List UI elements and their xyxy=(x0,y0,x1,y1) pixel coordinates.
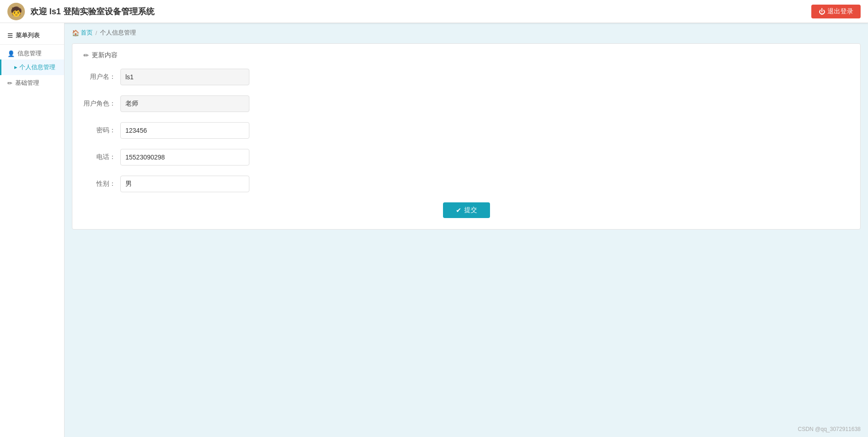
check-icon: ✔ xyxy=(456,207,461,214)
sidebar-item-personal-info[interactable]: ▸ 个人信息管理 xyxy=(0,59,64,75)
content-card: ✏ 更新内容 用户名： 用户角色： 密码： xyxy=(72,43,861,230)
power-icon: ⏻ xyxy=(819,8,825,15)
sidebar-section-info-label: 信息管理 xyxy=(18,49,41,58)
profile-form: 用户名： 用户角色： 密码： 电话： xyxy=(83,69,849,218)
sidebar-section-info[interactable]: 👤 信息管理 xyxy=(0,45,64,59)
username-label: 用户名： xyxy=(83,73,120,81)
role-input xyxy=(120,95,249,112)
form-row-password: 密码： xyxy=(83,122,849,139)
password-label: 密码： xyxy=(83,126,120,135)
breadcrumb-home-link[interactable]: 🏠 首页 xyxy=(72,29,93,37)
submit-button[interactable]: ✔ 提交 xyxy=(443,202,490,218)
form-row-gender: 性别： xyxy=(83,176,849,192)
breadcrumb-home-label: 首页 xyxy=(81,29,93,37)
username-input xyxy=(120,69,249,85)
watermark: CSDN @qq_3072911638 xyxy=(798,426,861,432)
form-row-username: 用户名： xyxy=(83,69,849,85)
home-icon: 🏠 xyxy=(72,30,79,36)
breadcrumb-separator: / xyxy=(95,30,97,36)
card-title-icon: ✏ xyxy=(83,52,89,59)
role-label: 用户角色： xyxy=(83,100,120,108)
password-input[interactable] xyxy=(120,122,249,139)
sidebar-header: ☰ 菜单列表 xyxy=(0,27,64,45)
app-title: 欢迎 ls1 登陆实验室设备管理系统 xyxy=(30,6,806,17)
card-title-text: 更新内容 xyxy=(92,51,118,59)
sidebar-menu-label: 菜单列表 xyxy=(16,31,40,40)
avatar: 🧒 xyxy=(7,3,25,20)
phone-label: 电话： xyxy=(83,153,120,161)
main-layout: ☰ 菜单列表 👤 信息管理 ▸ 个人信息管理 ✏ 基础管理 🏠 首页 / 个人信… xyxy=(0,23,868,437)
gender-input[interactable] xyxy=(120,176,249,192)
form-row-phone: 电话： xyxy=(83,149,849,165)
sidebar: ☰ 菜单列表 👤 信息管理 ▸ 个人信息管理 ✏ 基础管理 xyxy=(0,23,65,437)
menu-icon: ☰ xyxy=(7,32,13,39)
gender-label: 性别： xyxy=(83,180,120,188)
sidebar-section-basic-label: 基础管理 xyxy=(15,79,39,87)
breadcrumb-current: 个人信息管理 xyxy=(100,29,136,37)
submit-area: ✔ 提交 xyxy=(83,202,849,218)
user-icon: 👤 xyxy=(7,50,15,57)
arrow-icon: ▸ xyxy=(14,64,18,71)
edit-icon: ✏ xyxy=(7,80,12,87)
card-title: ✏ 更新内容 xyxy=(83,51,849,59)
phone-input[interactable] xyxy=(120,149,249,165)
submit-label: 提交 xyxy=(464,206,477,214)
breadcrumb: 🏠 首页 / 个人信息管理 xyxy=(72,29,861,37)
main-content: 🏠 首页 / 个人信息管理 ✏ 更新内容 用户名： 用户角色： xyxy=(65,23,868,437)
avatar-emoji: 🧒 xyxy=(11,6,22,17)
logout-button[interactable]: ⏻ 退出登录 xyxy=(811,5,861,18)
form-row-role: 用户角色： xyxy=(83,95,849,112)
sidebar-section-basic[interactable]: ✏ 基础管理 xyxy=(0,75,64,91)
app-header: 🧒 欢迎 ls1 登陆实验室设备管理系统 ⏻ 退出登录 xyxy=(0,0,868,23)
sidebar-item-personal-info-label: 个人信息管理 xyxy=(19,64,55,71)
logout-label: 退出登录 xyxy=(827,7,853,16)
